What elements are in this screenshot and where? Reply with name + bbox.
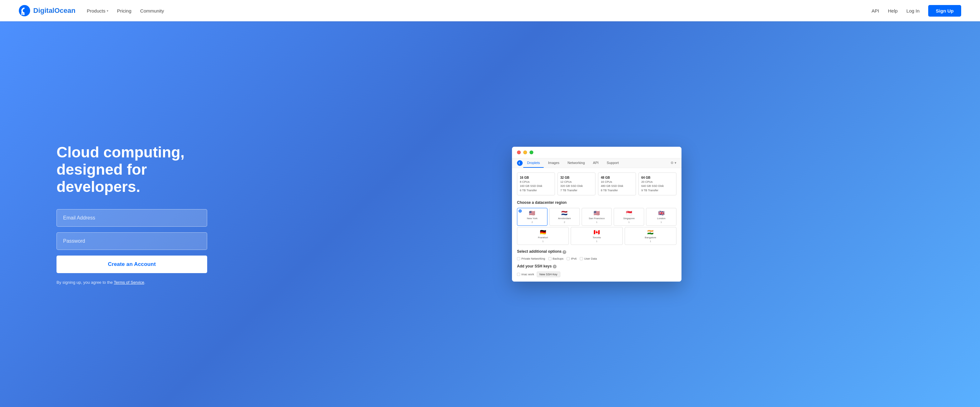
pricing-nav-link[interactable]: Pricing — [117, 8, 132, 13]
window-titlebar — [512, 147, 681, 158]
ssh-keys-section: Add your SSH keys ? imac work New SSH Ke… — [517, 264, 676, 277]
checkbox-ipv6[interactable] — [566, 257, 570, 260]
navbar-left: DigitalOcean Products ▾ Pricing Communit… — [19, 5, 872, 16]
nav-links: Products ▾ Pricing Community — [87, 8, 164, 13]
window-maximize-button — [530, 150, 533, 154]
additional-options-section: Select additional options ? Private Netw… — [517, 249, 676, 260]
flag-icon-us: 🇺🇸 — [529, 210, 535, 216]
dashboard-tab-networking[interactable]: Networking — [564, 158, 589, 168]
datacenter-london[interactable]: 🇬🇧 London 1 — [646, 208, 676, 226]
navbar: DigitalOcean Products ▾ Pricing Communit… — [0, 0, 980, 21]
option-user-data[interactable]: User Data — [580, 257, 597, 260]
datacenter-amsterdam[interactable]: 🇳🇱 Amsterdam 2 — [549, 208, 580, 226]
dashboard-mockup: Droplets Images Networking API Support ⚙… — [512, 147, 681, 282]
datacenter-grid-row2: 🇩🇪 Frankfurt 1 🇨🇦 Toronto 1 🇮🇳 Bangalore… — [517, 227, 676, 245]
dashboard-tabs: Droplets Images Networking API Support ⚙… — [512, 158, 681, 168]
hero-right: Droplets Images Networking API Support ⚙… — [232, 147, 961, 282]
dashboard-logo-icon — [517, 160, 523, 166]
datacenter-singapore[interactable]: 🇸🇬 Singapore 1 — [614, 208, 644, 226]
datacenter-san-francisco[interactable]: 🇺🇸 San Francisco 1 — [582, 208, 612, 226]
datacenter-section-title: Choose a datacenter region — [517, 200, 676, 205]
options-row: Private Networking Backups IPv6 Use — [517, 257, 676, 260]
window-close-button — [517, 150, 521, 154]
additional-options-title: Select additional options ? — [517, 249, 676, 254]
ssh-info-icon: ? — [553, 264, 557, 268]
checkbox-user-data[interactable] — [580, 257, 583, 260]
size-card-16gb: 16 GB 8 CPUs 160 GB SSD Disk 6 TB Transf… — [517, 173, 555, 196]
datacenter-frankfurt[interactable]: 🇩🇪 Frankfurt 1 — [517, 227, 569, 245]
info-icon: ? — [563, 250, 566, 254]
ssh-keys-title: Add your SSH keys ? — [517, 264, 676, 269]
flag-icon-in: 🇮🇳 — [647, 229, 654, 235]
chevron-down-icon: ▾ — [107, 9, 108, 13]
community-nav-link[interactable]: Community — [140, 8, 164, 13]
size-card-32gb: 32 GB 12 CPUs 320 GB SSD Disk 7 TB Trans… — [557, 173, 595, 196]
size-card-48gb: 48 GB 16 CPUs 480 GB SSD Disk 8 TB Trans… — [598, 173, 636, 196]
ssh-key-imac-work[interactable]: imac work — [517, 273, 534, 276]
hero-left: Cloud computing, designed for developers… — [57, 144, 207, 285]
dashboard-tab-support[interactable]: Support — [603, 158, 623, 168]
ssh-keys-row: imac work New SSH Key — [517, 272, 676, 277]
checkbox-ssh-imac[interactable] — [517, 273, 520, 276]
dashboard-tab-images[interactable]: Images — [544, 158, 563, 168]
datacenter-new-york[interactable]: 🇺🇸 New York 2 — [517, 208, 547, 226]
selected-indicator — [519, 209, 522, 212]
new-ssh-key-button[interactable]: New SSH Key — [537, 272, 560, 277]
create-account-button[interactable]: Create an Account — [57, 255, 207, 273]
option-ipv6[interactable]: IPv6 — [566, 257, 577, 260]
terms-of-service-link[interactable]: Terms of Service — [114, 280, 145, 285]
size-cards-row: 16 GB 8 CPUs 160 GB SSD Disk 6 TB Transf… — [517, 173, 676, 196]
svg-rect-1 — [23, 14, 25, 15]
dashboard-settings-icon[interactable]: ⚙ ▾ — [670, 161, 676, 165]
email-input[interactable] — [57, 209, 207, 227]
option-backups[interactable]: Backups — [548, 257, 564, 260]
flag-icon-sg: 🇸🇬 — [626, 210, 632, 216]
logo-text: DigitalOcean — [33, 6, 75, 15]
terms-text: By signing up, you agree to the Terms of… — [57, 280, 207, 285]
dashboard-tab-droplets[interactable]: Droplets — [523, 158, 544, 168]
dashboard-body: 16 GB 8 CPUs 160 GB SSD Disk 6 TB Transf… — [512, 168, 681, 282]
flag-icon-nl: 🇳🇱 — [561, 210, 568, 216]
navbar-right: API Help Log In Sign Up — [872, 5, 961, 17]
flag-icon-gb: 🇬🇧 — [658, 210, 665, 216]
api-nav-link[interactable]: API — [872, 8, 879, 13]
flag-icon-de: 🇩🇪 — [540, 229, 546, 235]
checkbox-backups[interactable] — [548, 257, 552, 260]
svg-rect-3 — [21, 12, 22, 13]
products-nav-link[interactable]: Products ▾ — [87, 8, 108, 13]
datacenter-grid-row1: 🇺🇸 New York 2 🇳🇱 Amsterdam 2 🇺🇸 San Fran… — [517, 208, 676, 226]
digitalocean-logo-icon — [19, 5, 30, 16]
datacenter-toronto[interactable]: 🇨🇦 Toronto 1 — [571, 227, 622, 245]
signup-button[interactable]: Sign Up — [928, 5, 961, 17]
size-card-64gb: 64 GB 20 CPUs 640 GB SSD Disk 9 TB Trans… — [638, 173, 676, 196]
window-minimize-button — [523, 150, 527, 154]
hero-section: Cloud computing, designed for developers… — [0, 21, 980, 407]
help-nav-link[interactable]: Help — [888, 8, 898, 13]
svg-rect-2 — [21, 14, 22, 15]
option-private-networking[interactable]: Private Networking — [517, 257, 545, 260]
logo[interactable]: DigitalOcean — [19, 5, 75, 16]
checkbox-private-networking[interactable] — [517, 257, 520, 260]
login-nav-link[interactable]: Log In — [907, 8, 920, 13]
dashboard-tab-api[interactable]: API — [589, 158, 602, 168]
password-input[interactable] — [57, 232, 207, 250]
datacenter-bangalore[interactable]: 🇮🇳 Bangalore 1 — [625, 227, 676, 245]
flag-icon-us-sf: 🇺🇸 — [593, 210, 600, 216]
svg-point-4 — [518, 161, 522, 165]
signup-form: Create an Account By signing up, you agr… — [57, 209, 207, 285]
hero-headline: Cloud computing, designed for developers… — [57, 144, 207, 196]
flag-icon-ca: 🇨🇦 — [593, 229, 600, 235]
